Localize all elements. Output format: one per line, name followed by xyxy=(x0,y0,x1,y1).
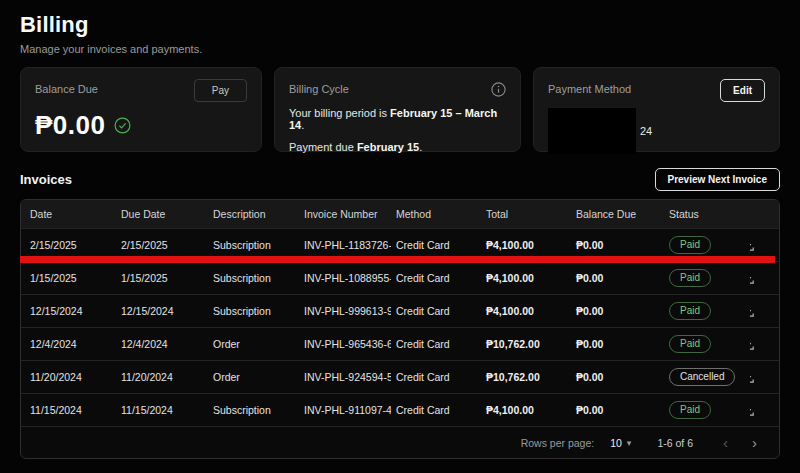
status-badge: Paid xyxy=(669,401,711,419)
invoices-table: Date Due Date Description Invoice Number… xyxy=(20,199,780,459)
billing-cycle-label: Billing Cycle xyxy=(289,79,349,95)
rows-per-page-select[interactable]: 10 ▾ xyxy=(610,437,631,449)
col-header-balance-due: Balance Due xyxy=(571,208,664,220)
cell-invoice-number: INV-PHL-911097-40... xyxy=(299,404,391,416)
table-row: 11/20/2024 11/20/2024 Order INV-PHL-9245… xyxy=(21,360,779,393)
download-invoice-button[interactable] xyxy=(750,336,757,353)
cell-due-date: 12/15/2024 xyxy=(116,305,208,317)
cell-balance-due: ₱0.00 xyxy=(571,272,664,284)
col-header-description: Description xyxy=(208,208,299,220)
cell-method: Credit Card xyxy=(391,272,481,284)
cell-due-date: 12/4/2024 xyxy=(116,338,208,350)
col-header-method: Method xyxy=(391,208,481,220)
cell-description: Order xyxy=(208,338,299,350)
cell-total: ₱4,100.00 xyxy=(481,239,571,251)
status-badge: Paid xyxy=(669,335,711,353)
cell-date: 2/15/2025 xyxy=(25,239,116,251)
download-invoice-button[interactable] xyxy=(750,303,757,320)
cell-total: ₱4,100.00 xyxy=(481,404,571,416)
download-invoice-button[interactable] xyxy=(750,369,757,386)
cell-invoice-number: INV-PHL-1183726-3... xyxy=(299,239,391,251)
cell-total: ₱10,762.00 xyxy=(481,371,571,383)
cell-method: Credit Card xyxy=(391,371,481,383)
cell-method: Credit Card xyxy=(391,404,481,416)
table-row: 2/15/2025 2/15/2025 Subscription INV-PHL… xyxy=(21,228,779,261)
cell-invoice-number: INV-PHL-965436-6... xyxy=(299,338,391,350)
col-header-total: Total xyxy=(481,208,571,220)
status-badge: Paid xyxy=(669,269,711,287)
cell-balance-due: ₱0.00 xyxy=(571,371,664,383)
chevron-down-icon: ▾ xyxy=(627,438,632,448)
card-last-digits: 24 xyxy=(640,125,652,137)
edit-payment-button[interactable]: Edit xyxy=(720,79,765,102)
pagination-range: 1-6 of 6 xyxy=(657,437,693,449)
payment-method-card: Payment Method Edit 24 xyxy=(533,67,780,152)
table-header-row: Date Due Date Description Invoice Number… xyxy=(21,200,779,228)
cell-due-date: 2/15/2025 xyxy=(116,239,208,251)
cell-description: Subscription xyxy=(208,305,299,317)
download-invoice-button[interactable] xyxy=(750,270,757,287)
cell-invoice-number: INV-PHL-1088955-... xyxy=(299,272,391,284)
payment-due-text: Payment due February 15. xyxy=(289,141,506,153)
cell-invoice-number: INV-PHL-924594-51... xyxy=(299,371,391,383)
invoices-title: Invoices xyxy=(20,172,72,187)
balance-due-card: Balance Due Pay ₱0.00 xyxy=(20,67,262,152)
cell-due-date: 11/15/2024 xyxy=(116,404,208,416)
rows-per-page-value: 10 xyxy=(610,437,622,449)
balance-due-label: Balance Due xyxy=(35,79,98,95)
table-row: 12/4/2024 12/4/2024 Order INV-PHL-965436… xyxy=(21,327,779,360)
cell-method: Credit Card xyxy=(391,338,481,350)
redacted-card-number xyxy=(548,108,636,154)
rows-per-page-label: Rows per page: xyxy=(521,437,595,449)
download-invoice-button[interactable] xyxy=(750,402,757,419)
cell-date: 1/15/2025 xyxy=(25,272,116,284)
payment-method-label: Payment Method xyxy=(548,79,631,95)
preview-next-invoice-button[interactable]: Preview Next Invoice xyxy=(655,168,781,191)
status-badge: Paid xyxy=(669,236,711,254)
cell-date: 12/15/2024 xyxy=(25,305,116,317)
next-page-button[interactable]: › xyxy=(748,435,761,450)
chevron-right-icon: › xyxy=(752,434,757,451)
invoices-table-wrap: Date Due Date Description Invoice Number… xyxy=(20,199,780,459)
balance-amount: ₱0.00 xyxy=(35,110,105,141)
previous-page-button[interactable]: ‹ xyxy=(719,435,732,450)
cell-method: Credit Card xyxy=(391,305,481,317)
pay-button[interactable]: Pay xyxy=(194,79,247,102)
cell-balance-due: ₱0.00 xyxy=(571,305,664,317)
cell-due-date: 1/15/2025 xyxy=(116,272,208,284)
cell-date: 11/15/2024 xyxy=(25,404,116,416)
download-invoice-button[interactable] xyxy=(750,237,757,254)
table-row: 12/15/2024 12/15/2024 Subscription INV-P… xyxy=(21,294,779,327)
cell-description: Subscription xyxy=(208,239,299,251)
page-subtitle: Manage your invoices and payments. xyxy=(20,43,780,55)
cell-total: ₱10,762.00 xyxy=(481,338,571,350)
table-row: 1/15/2025 1/15/2025 Subscription INV-PHL… xyxy=(21,261,779,294)
cell-description: Order xyxy=(208,371,299,383)
col-header-date: Date xyxy=(25,208,116,220)
billing-period-text: Your billing period is February 15 – Mar… xyxy=(289,107,506,131)
billing-cycle-card: Billing Cycle Your billing period is Feb… xyxy=(274,67,521,152)
check-circle-icon xyxy=(114,117,131,134)
table-row: 11/15/2024 11/15/2024 Subscription INV-P… xyxy=(21,393,779,426)
page-title: Billing xyxy=(20,12,780,38)
cell-date: 12/4/2024 xyxy=(25,338,116,350)
summary-cards: Balance Due Pay ₱0.00 Billing Cycle xyxy=(20,67,780,152)
cell-description: Subscription xyxy=(208,404,299,416)
chevron-left-icon: ‹ xyxy=(723,434,728,451)
cell-date: 11/20/2024 xyxy=(25,371,116,383)
cell-balance-due: ₱0.00 xyxy=(571,239,664,251)
table-pagination: Rows per page: 10 ▾ 1-6 of 6 ‹ › xyxy=(21,426,779,458)
info-icon[interactable] xyxy=(491,79,506,97)
cell-due-date: 11/20/2024 xyxy=(116,371,208,383)
status-badge: Cancelled xyxy=(669,368,735,386)
cell-invoice-number: INV-PHL-999613-9... xyxy=(299,305,391,317)
cell-total: ₱4,100.00 xyxy=(481,272,571,284)
cell-balance-due: ₱0.00 xyxy=(571,338,664,350)
col-header-due-date: Due Date xyxy=(116,208,208,220)
cell-balance-due: ₱0.00 xyxy=(571,404,664,416)
cell-total: ₱4,100.00 xyxy=(481,305,571,317)
status-badge: Paid xyxy=(669,302,711,320)
cell-description: Subscription xyxy=(208,272,299,284)
col-header-status: Status xyxy=(664,208,750,220)
col-header-invoice-number: Invoice Number xyxy=(299,208,391,220)
